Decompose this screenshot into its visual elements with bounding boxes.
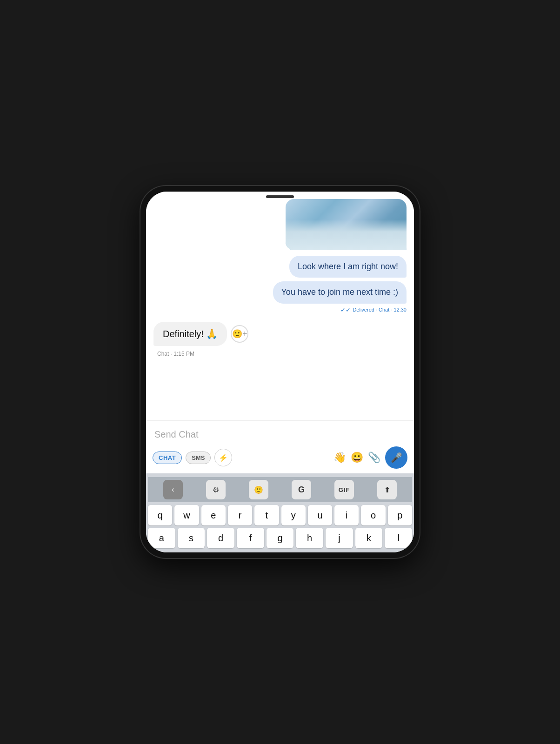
key-r[interactable]: r (228, 505, 252, 525)
keyboard-row-1: q w e r t y u i o p (148, 505, 412, 525)
phone-screen: Look where I am right now! You have to j… (146, 192, 414, 552)
sent-image-message (286, 199, 407, 250)
key-w[interactable]: w (174, 505, 199, 525)
attachment-icon[interactable]: 📎 (368, 452, 380, 464)
key-q[interactable]: q (148, 505, 172, 525)
key-h[interactable]: h (296, 528, 323, 548)
key-e[interactable]: e (201, 505, 226, 525)
keyboard-translate-button[interactable]: G (292, 480, 311, 499)
keyboard-sticker-button[interactable]: 🙂 (249, 480, 268, 499)
sms-pill[interactable]: SMS (186, 452, 211, 464)
double-check-icon: ✓✓ (340, 306, 351, 313)
key-s[interactable]: s (178, 528, 205, 548)
keyboard-settings-button[interactable]: ⚙ (206, 480, 226, 499)
keyboard-gif-button[interactable]: GIF (334, 480, 354, 499)
snow-image (286, 199, 407, 250)
wave-emoji-icon[interactable]: 👋 (333, 452, 346, 464)
input-area: Send Chat CHAT SMS ⚡ 👋 😀 📎 (146, 420, 414, 473)
gear-icon: ⚙ (213, 485, 219, 494)
flash-icon: ⚡ (219, 453, 228, 462)
share-icon: ⬆ (384, 485, 390, 494)
translate-icon: G (298, 485, 305, 495)
received-message-row: Definitely! 🙏 🙂+ (153, 322, 407, 346)
sticker-icon: 🙂 (254, 485, 263, 494)
key-f[interactable]: f (237, 528, 264, 548)
key-p[interactable]: p (388, 505, 412, 525)
reaction-button[interactable]: 🙂+ (231, 325, 248, 343)
flash-pill[interactable]: ⚡ (214, 449, 232, 466)
gif-label: GIF (339, 486, 350, 493)
key-y[interactable]: y (281, 505, 306, 525)
key-g[interactable]: g (267, 528, 294, 548)
key-o[interactable]: o (361, 505, 385, 525)
back-chevron-icon: ‹ (172, 485, 174, 494)
key-k[interactable]: k (355, 528, 383, 548)
chat-messages: Look where I am right now! You have to j… (146, 192, 414, 420)
keyboard-row-2: a s d f g h j k l (148, 528, 412, 548)
sent-bubble-1: Look where I am right now! (289, 256, 407, 278)
key-d[interactable]: d (207, 528, 234, 548)
toolbar-row: CHAT SMS ⚡ 👋 😀 📎 🎤 (153, 444, 407, 471)
toolbar-right: 👋 😀 📎 🎤 (333, 446, 407, 469)
text-input-placeholder[interactable]: Send Chat (154, 429, 199, 439)
key-t[interactable]: t (254, 505, 279, 525)
key-l[interactable]: l (385, 528, 412, 548)
key-i[interactable]: i (334, 505, 359, 525)
reaction-icon: 🙂+ (232, 329, 247, 339)
keyboard-share-button[interactable]: ⬆ (377, 480, 397, 499)
key-u[interactable]: u (308, 505, 332, 525)
text-input-row[interactable]: Send Chat (153, 425, 407, 444)
received-meta: Chat · 1:15 PM (157, 351, 407, 357)
mic-button[interactable]: 🎤 (385, 446, 407, 469)
key-a[interactable]: a (148, 528, 175, 548)
toolbar-left: CHAT SMS ⚡ (153, 449, 232, 466)
key-j[interactable]: j (326, 528, 353, 548)
phone-notch (266, 195, 294, 198)
keyboard-toolbar: ‹ ⚙ 🙂 G GIF ⬆ (148, 477, 412, 502)
microphone-icon: 🎤 (391, 452, 402, 463)
keyboard: ‹ ⚙ 🙂 G GIF ⬆ (146, 473, 414, 552)
received-bubble: Definitely! 🙏 (153, 322, 227, 346)
keyboard-back-button[interactable]: ‹ (163, 480, 183, 499)
chat-pill[interactable]: CHAT (153, 452, 182, 464)
phone-frame: Look where I am right now! You have to j… (140, 186, 420, 558)
sent-bubble-2: You have to join me next time :) (273, 281, 407, 303)
emoji-icon[interactable]: 😀 (351, 452, 363, 464)
message-status: ✓✓ Delivered · Chat · 12:30 (340, 306, 407, 313)
chat-area: Look where I am right now! You have to j… (146, 192, 414, 552)
